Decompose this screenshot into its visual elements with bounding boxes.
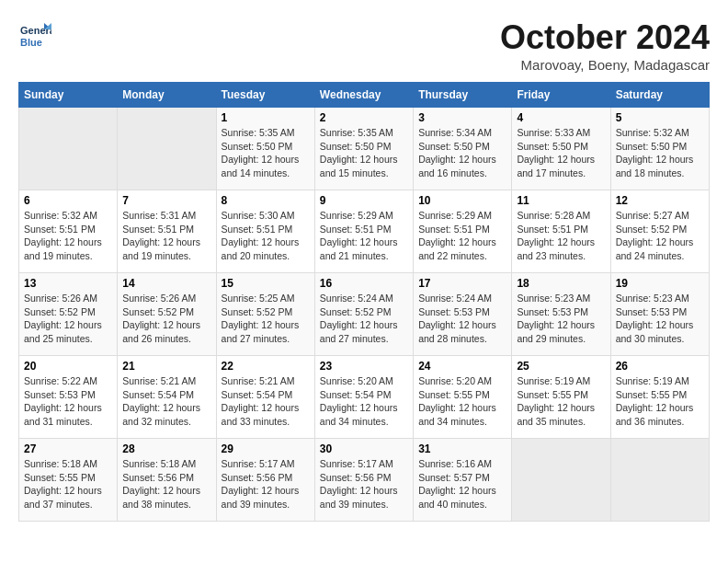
day-number: 7 (122, 194, 210, 207)
day-number: 19 (616, 277, 704, 290)
calendar-week-row: 27Sunrise: 5:18 AMSunset: 5:55 PMDayligh… (19, 439, 710, 522)
col-header-tuesday: Tuesday (216, 83, 314, 108)
day-number: 9 (320, 194, 408, 207)
day-number: 22 (222, 360, 310, 373)
calendar-cell (610, 439, 709, 522)
calendar-cell: 25Sunrise: 5:19 AMSunset: 5:55 PMDayligh… (512, 356, 610, 439)
calendar-cell: 23Sunrise: 5:20 AMSunset: 5:54 PMDayligh… (314, 356, 413, 439)
calendar-cell: 2Sunrise: 5:35 AMSunset: 5:50 PMDaylight… (314, 108, 413, 190)
day-detail: Sunrise: 5:21 AMSunset: 5:54 PMDaylight:… (222, 374, 310, 429)
day-detail: Sunrise: 5:24 AMSunset: 5:52 PMDaylight:… (320, 292, 408, 346)
day-detail: Sunrise: 5:29 AMSunset: 5:51 PMDaylight:… (418, 209, 506, 263)
logo-icon: General Blue (18, 18, 51, 52)
day-detail: Sunrise: 5:19 AMSunset: 5:55 PMDaylight:… (616, 374, 704, 429)
calendar-cell: 12Sunrise: 5:27 AMSunset: 5:52 PMDayligh… (610, 190, 709, 273)
calendar-cell (19, 108, 118, 190)
calendar-cell: 10Sunrise: 5:29 AMSunset: 5:51 PMDayligh… (414, 190, 512, 273)
day-detail: Sunrise: 5:18 AMSunset: 5:56 PMDaylight:… (122, 457, 210, 511)
day-number: 24 (418, 360, 506, 373)
day-detail: Sunrise: 5:31 AMSunset: 5:51 PMDaylight:… (122, 209, 210, 263)
day-detail: Sunrise: 5:23 AMSunset: 5:53 PMDaylight:… (517, 292, 605, 346)
col-header-thursday: Thursday (414, 83, 512, 108)
calendar-cell: 15Sunrise: 5:25 AMSunset: 5:52 PMDayligh… (216, 273, 314, 356)
calendar-cell: 27Sunrise: 5:18 AMSunset: 5:55 PMDayligh… (19, 439, 118, 522)
calendar-cell: 3Sunrise: 5:34 AMSunset: 5:50 PMDaylight… (414, 108, 512, 190)
day-detail: Sunrise: 5:35 AMSunset: 5:50 PMDaylight:… (320, 126, 408, 180)
day-number: 1 (222, 111, 310, 124)
calendar-cell: 29Sunrise: 5:17 AMSunset: 5:56 PMDayligh… (216, 439, 314, 522)
calendar-cell: 1Sunrise: 5:35 AMSunset: 5:50 PMDaylight… (216, 108, 314, 190)
calendar-cell (512, 439, 610, 522)
day-detail: Sunrise: 5:35 AMSunset: 5:50 PMDaylight:… (222, 126, 310, 180)
day-detail: Sunrise: 5:34 AMSunset: 5:50 PMDaylight:… (418, 126, 506, 180)
calendar-week-row: 20Sunrise: 5:22 AMSunset: 5:53 PMDayligh… (19, 356, 710, 439)
day-detail: Sunrise: 5:21 AMSunset: 5:54 PMDaylight:… (122, 374, 210, 429)
day-number: 29 (222, 442, 310, 455)
calendar-cell: 14Sunrise: 5:26 AMSunset: 5:52 PMDayligh… (118, 273, 216, 356)
calendar-week-row: 13Sunrise: 5:26 AMSunset: 5:52 PMDayligh… (19, 273, 710, 356)
day-detail: Sunrise: 5:24 AMSunset: 5:53 PMDaylight:… (418, 292, 506, 346)
day-detail: Sunrise: 5:26 AMSunset: 5:52 PMDaylight:… (122, 292, 210, 346)
day-number: 11 (517, 194, 605, 207)
day-detail: Sunrise: 5:20 AMSunset: 5:54 PMDaylight:… (320, 374, 408, 429)
calendar-cell: 26Sunrise: 5:19 AMSunset: 5:55 PMDayligh… (610, 356, 709, 439)
calendar-cell: 20Sunrise: 5:22 AMSunset: 5:53 PMDayligh… (19, 356, 118, 439)
calendar-week-row: 1Sunrise: 5:35 AMSunset: 5:50 PMDaylight… (19, 108, 710, 190)
day-number: 5 (616, 111, 704, 124)
day-number: 4 (517, 111, 605, 124)
calendar-cell: 11Sunrise: 5:28 AMSunset: 5:51 PMDayligh… (512, 190, 610, 273)
calendar-cell: 13Sunrise: 5:26 AMSunset: 5:52 PMDayligh… (19, 273, 118, 356)
day-detail: Sunrise: 5:28 AMSunset: 5:51 PMDaylight:… (517, 209, 605, 263)
day-detail: Sunrise: 5:17 AMSunset: 5:56 PMDaylight:… (222, 457, 310, 511)
day-number: 8 (222, 194, 310, 207)
day-number: 21 (122, 360, 210, 373)
calendar-cell: 19Sunrise: 5:23 AMSunset: 5:53 PMDayligh… (610, 273, 709, 356)
calendar-cell: 8Sunrise: 5:30 AMSunset: 5:51 PMDaylight… (216, 190, 314, 273)
day-detail: Sunrise: 5:33 AMSunset: 5:50 PMDaylight:… (517, 126, 605, 180)
day-number: 16 (320, 277, 408, 290)
day-number: 17 (418, 277, 506, 290)
day-detail: Sunrise: 5:25 AMSunset: 5:52 PMDaylight:… (222, 292, 310, 346)
calendar-cell: 17Sunrise: 5:24 AMSunset: 5:53 PMDayligh… (414, 273, 512, 356)
calendar-cell: 4Sunrise: 5:33 AMSunset: 5:50 PMDaylight… (512, 108, 610, 190)
calendar-table: SundayMondayTuesdayWednesdayThursdayFrid… (18, 82, 710, 522)
day-detail: Sunrise: 5:29 AMSunset: 5:51 PMDaylight:… (320, 209, 408, 263)
day-detail: Sunrise: 5:18 AMSunset: 5:55 PMDaylight:… (24, 457, 112, 511)
calendar-cell: 9Sunrise: 5:29 AMSunset: 5:51 PMDaylight… (314, 190, 413, 273)
col-header-monday: Monday (118, 83, 216, 108)
day-detail: Sunrise: 5:23 AMSunset: 5:53 PMDaylight:… (616, 292, 704, 346)
day-number: 10 (418, 194, 506, 207)
month-title: October 2024 (500, 18, 710, 57)
day-number: 20 (24, 360, 112, 373)
day-number: 2 (320, 111, 408, 124)
day-number: 30 (320, 442, 408, 455)
calendar-cell: 6Sunrise: 5:32 AMSunset: 5:51 PMDaylight… (19, 190, 118, 273)
calendar-cell: 7Sunrise: 5:31 AMSunset: 5:51 PMDaylight… (118, 190, 216, 273)
calendar-cell: 5Sunrise: 5:32 AMSunset: 5:50 PMDaylight… (610, 108, 709, 190)
calendar-cell: 16Sunrise: 5:24 AMSunset: 5:52 PMDayligh… (314, 273, 413, 356)
day-detail: Sunrise: 5:32 AMSunset: 5:51 PMDaylight:… (24, 209, 112, 263)
col-header-saturday: Saturday (610, 83, 709, 108)
day-detail: Sunrise: 5:27 AMSunset: 5:52 PMDaylight:… (616, 209, 704, 263)
day-number: 15 (222, 277, 310, 290)
calendar-cell: 21Sunrise: 5:21 AMSunset: 5:54 PMDayligh… (118, 356, 216, 439)
day-detail: Sunrise: 5:16 AMSunset: 5:57 PMDaylight:… (418, 457, 506, 511)
day-number: 18 (517, 277, 605, 290)
day-number: 27 (24, 442, 112, 455)
day-detail: Sunrise: 5:30 AMSunset: 5:51 PMDaylight:… (222, 209, 310, 263)
day-detail: Sunrise: 5:17 AMSunset: 5:56 PMDaylight:… (320, 457, 408, 511)
day-number: 25 (517, 360, 605, 373)
calendar-cell (118, 108, 216, 190)
day-number: 6 (24, 194, 112, 207)
col-header-wednesday: Wednesday (314, 83, 413, 108)
day-number: 26 (616, 360, 704, 373)
day-number: 28 (122, 442, 210, 455)
calendar-cell: 28Sunrise: 5:18 AMSunset: 5:56 PMDayligh… (118, 439, 216, 522)
calendar-cell: 18Sunrise: 5:23 AMSunset: 5:53 PMDayligh… (512, 273, 610, 356)
calendar-week-row: 6Sunrise: 5:32 AMSunset: 5:51 PMDaylight… (19, 190, 710, 273)
calendar-header-row: SundayMondayTuesdayWednesdayThursdayFrid… (19, 83, 710, 108)
day-detail: Sunrise: 5:26 AMSunset: 5:52 PMDaylight:… (24, 292, 112, 346)
col-header-friday: Friday (512, 83, 610, 108)
day-number: 12 (616, 194, 704, 207)
logo: General Blue (18, 18, 51, 52)
